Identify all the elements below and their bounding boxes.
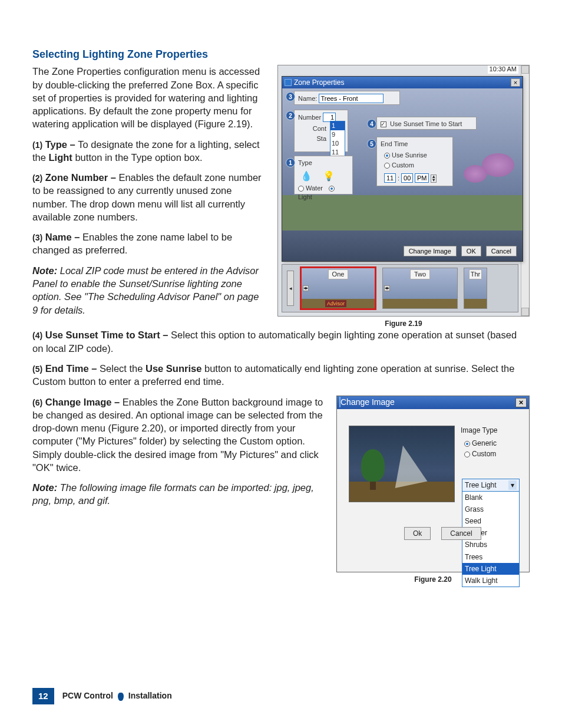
custom-radio[interactable] (464, 452, 470, 457)
note-1: Note: Local ZIP code must be entered in … (32, 264, 267, 317)
time-spinner[interactable]: ▲▼ (431, 174, 437, 183)
water-radio[interactable] (298, 186, 304, 192)
chevron-down-icon[interactable]: ▾ (508, 480, 517, 490)
option-blank[interactable]: Blank (462, 492, 519, 503)
scroll-left-button[interactable]: ◂ (287, 271, 294, 306)
name-panel: Name: (294, 91, 400, 105)
figure-2-20: Change Image × Image Type Generic Custom (336, 396, 530, 584)
drop-icon (118, 693, 124, 701)
callout-4: 4 (367, 119, 376, 129)
image-type-label: Image Type (461, 426, 520, 435)
cancel-button[interactable]: Cancel (441, 527, 481, 540)
change-image-title: Change Image (340, 397, 395, 407)
option-shrubs[interactable]: Shrubs (462, 539, 519, 551)
window-title: Zone Properties (294, 78, 344, 87)
option-trees[interactable]: Trees (462, 551, 519, 563)
end-mm[interactable] (401, 173, 413, 183)
water-icon: 💧 (300, 170, 312, 183)
fig219-frame: 10:30 AM Zone Properties × (277, 65, 530, 317)
page-number: 12 (32, 688, 54, 704)
zone-properties-window: Zone Properties × 3 Name: 2 (282, 76, 523, 262)
option-tree-light[interactable]: Tree Light (462, 563, 519, 575)
light-radio[interactable] (329, 186, 335, 192)
close-button[interactable]: × (511, 78, 520, 87)
item-5: (5) End Time – Select the Use Sunrise bu… (32, 362, 530, 388)
zone-thumb-one[interactable]: One Advisor ◂▸ (300, 266, 376, 310)
change-image-titlebar[interactable]: Change Image × (337, 396, 529, 409)
item-2: (2) Zone Number – Enables the default zo… (32, 171, 267, 223)
sunset-panel: Use Sunset Time to Start (376, 117, 477, 130)
item-1-num: (1) (32, 140, 42, 150)
option-grass[interactable]: Grass (462, 503, 519, 515)
type-panel: Type 💧 💡 Water Light (294, 156, 353, 195)
window-titlebar[interactable]: Zone Properties × (282, 77, 523, 88)
item-4-label: Use Sunset Time to Start – (45, 330, 171, 340)
option-seed[interactable]: Seed (462, 515, 519, 527)
callout-5: 5 (367, 139, 376, 149)
endtime-panel: End Time Use Sunrise Custom : ▲▼ (376, 137, 453, 186)
sunrise-radio[interactable] (384, 153, 390, 159)
custom-radio[interactable] (384, 163, 390, 169)
item-2-label: Zone Number – (45, 172, 119, 183)
item-4-num: (4) (32, 331, 42, 340)
end-ampm[interactable] (415, 173, 429, 183)
advisor-badge: Advisor (325, 300, 346, 307)
figure-2-19-caption: Figure 2.19 (277, 319, 530, 328)
thumb-nav-icon[interactable]: ◂▸ (303, 285, 309, 291)
close-button[interactable]: × (515, 398, 527, 407)
image-preview (349, 426, 455, 502)
scroll-up-button[interactable] (521, 65, 529, 74)
sunset-checkbox[interactable] (381, 121, 386, 127)
item-3: (3) Name – Enables the zone name label t… (32, 230, 267, 257)
product-name: PCW Control (62, 691, 113, 700)
flowers-graphic-2 (464, 165, 487, 183)
name-input[interactable] (319, 94, 384, 103)
figure-2-19: 10:30 AM Zone Properties × (277, 65, 530, 328)
item-3-label: Name – (45, 232, 82, 242)
cancel-button[interactable]: Cancel (486, 246, 517, 256)
intro-paragraph: The Zone Properties configuration menu i… (32, 65, 267, 130)
item-1-label: Type – (45, 139, 78, 150)
ok-button[interactable]: OK (461, 246, 481, 256)
scroll-down-button[interactable] (521, 308, 529, 316)
zone-thumbnail-strip: ◂ One Advisor ◂▸ Two ◂▸ Thr (282, 264, 518, 312)
section-name: Installation (128, 691, 172, 700)
end-hh[interactable] (384, 173, 396, 183)
ok-button[interactable]: Ok (404, 527, 431, 540)
system-clock: 10:30 AM (488, 65, 518, 74)
number-panel: Number 1 9 10 11 12 Cont Sta (294, 110, 348, 152)
change-image-button[interactable]: Change Image (404, 246, 457, 256)
name-label: Name: (298, 95, 317, 102)
option-walk-light[interactable]: Walk Light (462, 575, 519, 587)
item-4: (4) Use Sunset Time to Start – Select th… (32, 328, 530, 355)
zone-thumb-two[interactable]: Two ◂▸ (382, 268, 458, 309)
item-6-label: Change Image – (45, 397, 123, 407)
item-5-label: End Time – (45, 363, 100, 374)
generic-radio[interactable] (464, 441, 470, 447)
page-footer: 12 PCW Control Installation (32, 688, 172, 704)
item-2-num: (2) (32, 173, 42, 183)
item-6-num: (6) (32, 398, 42, 407)
thumb-nav-icon[interactable]: ◂▸ (384, 285, 390, 291)
item-1: (1) Type – To designate the zone for a l… (32, 138, 267, 164)
item-3-num: (3) (32, 233, 42, 242)
item-5-num: (5) (32, 364, 42, 374)
light-icon: 💡 (323, 170, 335, 183)
zone-thumb-three[interactable]: Thr (464, 268, 487, 309)
app-icon (285, 79, 292, 86)
section-title: Selecting Lighting Zone Properties (32, 47, 530, 61)
